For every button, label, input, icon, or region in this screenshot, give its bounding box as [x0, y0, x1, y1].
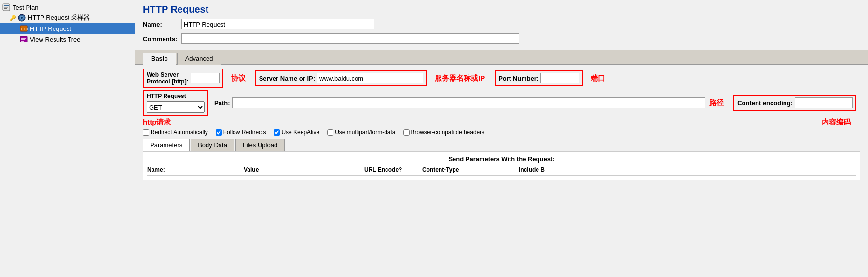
inner-tab-filesupload[interactable]: Files Upload: [235, 139, 285, 151]
view-icon: [19, 35, 28, 43]
svg-rect-2: [4, 7, 8, 8]
checkbox-multipart: Use multipart/form-data: [327, 129, 395, 136]
encoding-input[interactable]: [795, 97, 853, 108]
sidebar-item-label-sampler: HTTP Request 采样器: [28, 14, 90, 22]
col-header-value: Value: [244, 166, 364, 173]
tab-basic[interactable]: Basic: [143, 53, 176, 65]
sampler-icon: [17, 14, 26, 22]
protocol-input[interactable]: [191, 73, 220, 83]
web-server-label: Web Server Protocol [http]:: [147, 71, 189, 85]
checkboxes-row: Redirect Automatically Follow Redirects …: [143, 129, 860, 136]
name-label: Name:: [143, 21, 181, 28]
annotations-row: http请求 内容编码: [143, 118, 860, 127]
follow-label: Follow Redirects: [223, 129, 266, 136]
server-label: Server Name or IP:: [259, 75, 315, 82]
tab-content-basic: Web Server Protocol [http]: 协议 Server Na…: [135, 65, 868, 277]
tab-advanced[interactable]: Advanced: [177, 53, 221, 65]
browser-checkbox[interactable]: [403, 129, 410, 136]
inner-tab-parameters[interactable]: Parameters: [143, 139, 190, 151]
col-header-urlencode: URL Encode?: [364, 166, 422, 173]
browser-label: Browser-compatible headers: [411, 129, 485, 136]
follow-checkbox[interactable]: [216, 129, 222, 136]
sidebar-item-test-plan[interactable]: Test Plan: [0, 2, 135, 13]
port-number-box: Port Number:: [495, 70, 583, 86]
http-request-box: HTTP Request GET POST PUT DELETE HEAD OP…: [143, 90, 208, 116]
keepalive-checkbox[interactable]: [274, 129, 280, 136]
server-name-box: Server Name or IP:: [255, 70, 427, 86]
multipart-label: Use multipart/form-data: [335, 129, 395, 136]
name-row: Name:: [135, 17, 868, 31]
main-content: HTTP Request Name: Comments: Basic Advan…: [135, 0, 868, 277]
checkbox-redirect: Redirect Automatically: [143, 129, 208, 136]
checkbox-browser: Browser-compatible headers: [403, 129, 485, 136]
sidebar-item-label-test-plan: Test Plan: [13, 4, 38, 11]
sidebar-item-label-http-request: HTTP Request: [30, 25, 71, 32]
redirect-checkbox[interactable]: [143, 129, 149, 136]
params-table-area: Send Parameters With the Request: Name: …: [143, 151, 860, 180]
col-header-include: Include B: [519, 166, 856, 173]
path-annotation: 路径: [709, 98, 724, 108]
server-input[interactable]: [317, 73, 423, 83]
col-header-contenttype: Content-Type: [422, 166, 519, 173]
sidebar-item-view-results[interactable]: View Results Tree: [0, 34, 135, 44]
comments-row: Comments:: [135, 31, 868, 46]
params-table-title: Send Parameters With the Request:: [147, 155, 856, 163]
sidebar: Test Plan 🔑 HTTP Request 采样器 HTTP HTTP R…: [0, 0, 135, 277]
port-label: Port Number:: [498, 75, 538, 82]
panel-title: HTTP Request: [135, 0, 868, 17]
comments-input[interactable]: [181, 33, 519, 44]
sidebar-item-label-view-results: View Results Tree: [30, 36, 81, 43]
port-annotation: 端口: [591, 74, 605, 83]
checkbox-follow: Follow Redirects: [216, 129, 266, 136]
encoding-annotation: 内容编码: [822, 118, 851, 127]
divider: [135, 48, 868, 48]
http-request-row: HTTP Request GET POST PUT DELETE HEAD OP…: [143, 90, 860, 116]
sidebar-item-http-request[interactable]: HTTP HTTP Request: [0, 23, 135, 34]
testplan-icon: [2, 3, 11, 12]
inner-tab-bodydata[interactable]: Body Data: [191, 139, 234, 151]
path-label: Path:: [214, 99, 230, 107]
checkbox-keepalive: Use KeepAlive: [274, 129, 319, 136]
comments-label: Comments:: [143, 35, 181, 42]
keepalive-label: Use KeepAlive: [281, 129, 319, 136]
svg-rect-3: [4, 8, 7, 9]
inner-tabs-bar: Parameters Body Data Files Upload: [143, 138, 860, 151]
tabs-bar: Basic Advanced: [135, 50, 868, 65]
redirect-label: Redirect Automatically: [151, 129, 208, 136]
multipart-checkbox[interactable]: [327, 129, 333, 136]
params-table-header: Name: Value URL Encode? Content-Type Inc…: [147, 166, 856, 176]
web-server-row: Web Server Protocol [http]: 协议 Server Na…: [143, 69, 860, 88]
svg-rect-1: [4, 5, 9, 6]
method-select[interactable]: GET POST PUT DELETE HEAD OPTIONS PATCH: [147, 101, 205, 113]
name-input[interactable]: [181, 19, 374, 29]
svg-point-6: [21, 17, 23, 19]
http-icon: HTTP: [19, 24, 28, 33]
key-icon: 🔑: [10, 15, 16, 21]
content-encoding-box: Content encoding:: [733, 95, 856, 111]
protocol-annotation: 协议: [231, 74, 246, 83]
server-annotation: 服务器名称或IP: [435, 74, 485, 83]
svg-text:HTTP: HTTP: [21, 28, 28, 30]
path-input[interactable]: [232, 97, 706, 108]
http-request-box-label: HTTP Request: [147, 93, 186, 99]
http-annotation: http请求: [143, 118, 171, 127]
encoding-label: Content encoding:: [737, 99, 793, 107]
col-header-name: Name:: [147, 166, 244, 173]
web-server-box: Web Server Protocol [http]:: [143, 69, 223, 88]
sidebar-item-http-sampler[interactable]: 🔑 HTTP Request 采样器: [0, 13, 135, 23]
port-input[interactable]: [540, 73, 579, 83]
